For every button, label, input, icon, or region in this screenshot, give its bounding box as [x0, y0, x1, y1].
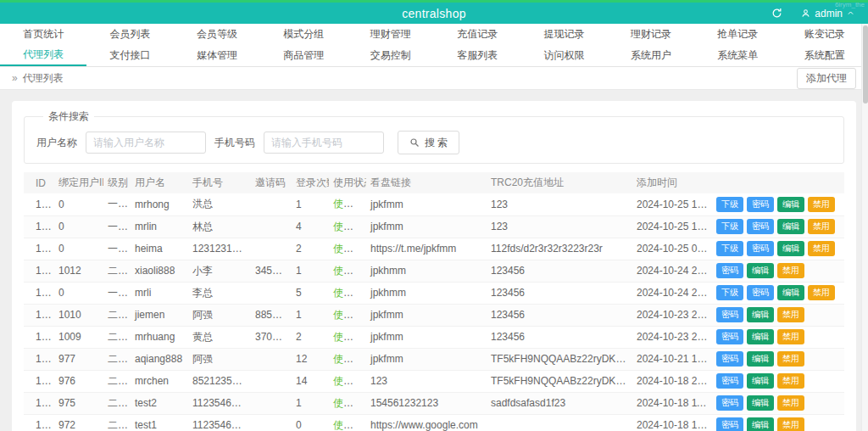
add-agent-button[interactable]: 添加代理 [797, 68, 856, 89]
edit-button[interactable]: 编辑 [777, 241, 804, 256]
disable-button[interactable]: 禁用 [808, 197, 835, 212]
sub-agent-button[interactable]: 下级 [716, 197, 743, 212]
nav-item[interactable]: 模式分组 [260, 24, 347, 45]
user-menu[interactable]: admin [801, 8, 854, 20]
disable-button[interactable]: 禁用 [808, 241, 835, 256]
scrollbar-thumb[interactable] [863, 25, 868, 104]
cell-trc20-address [487, 414, 632, 431]
nav-item[interactable]: 会员等级 [174, 24, 260, 45]
password-button[interactable]: 密码 [747, 285, 774, 300]
disable-button[interactable]: 禁用 [777, 329, 804, 344]
cell-trc20-address: 123 [487, 193, 632, 216]
nav-item[interactable]: 抢单记录 [694, 24, 781, 45]
edit-button[interactable]: 编辑 [777, 197, 804, 212]
cell-username: mrli [131, 282, 188, 304]
sub-agent-button[interactable]: 下级 [716, 241, 743, 256]
nav-item[interactable]: 系统用户 [608, 45, 694, 66]
cell-id: 10066 [24, 326, 54, 348]
status-badge: 使用中 [333, 375, 364, 387]
cell-created-at: 2024-10-18 11:01:55 [632, 392, 712, 414]
cell-username: mrchen [131, 370, 188, 392]
password-button[interactable]: 密码 [716, 417, 743, 431]
cell-invite-code [251, 414, 292, 431]
password-button[interactable]: 密码 [716, 307, 743, 322]
cell-username: aqiang888 [131, 348, 188, 370]
disable-button[interactable]: 禁用 [777, 395, 804, 411]
table-header-cell: TRC20充值地址 [487, 172, 632, 193]
cell-market-link: jpkhmm [366, 282, 487, 304]
nav-item[interactable]: 系统菜单 [694, 45, 781, 66]
nav-item[interactable]: 客服列表 [434, 45, 520, 66]
cell-market-link: https://www.google.com [366, 414, 487, 431]
password-button[interactable]: 密码 [716, 263, 743, 278]
nav-item[interactable]: 账变记录 [782, 24, 868, 45]
nav-item[interactable]: 会员列表 [86, 24, 173, 45]
password-button[interactable]: 密码 [747, 219, 774, 234]
disable-button[interactable]: 禁用 [808, 285, 835, 300]
password-button[interactable]: 密码 [716, 395, 743, 411]
cell-invite-code [251, 348, 292, 370]
table-header-cell: 绑定用户ID [54, 172, 103, 193]
breadcrumb-bar: » 代理列表 添加代理 [0, 67, 868, 90]
table-row: 100700一级heima123123123122使用中https://t.me… [24, 238, 844, 260]
nav-item[interactable]: 提现记录 [520, 24, 607, 45]
edit-button[interactable]: 编辑 [747, 373, 774, 389]
edit-button[interactable]: 编辑 [747, 307, 774, 322]
nav-item[interactable]: 访问权限 [520, 45, 607, 66]
cell-created-at: 2024-10-23 22:06:46 [632, 304, 712, 326]
edit-button[interactable]: 编辑 [747, 329, 774, 344]
cell-market-link: 123 [366, 370, 487, 392]
cell-status: 使用中 [329, 414, 366, 431]
cell-bind-user-id: 1012 [54, 260, 103, 282]
table-header-cell: 添加时间 [632, 172, 712, 193]
disable-button[interactable]: 禁用 [777, 307, 804, 322]
cell-level: 一级 [103, 282, 131, 304]
cell-invite-code [251, 392, 292, 414]
password-button[interactable]: 密码 [747, 241, 774, 256]
table-header-row: ID绑定用户ID级别用户名手机号邀请码登录次数使用状态看盘链接TRC20充值地址… [24, 172, 844, 193]
cell-id: 10065 [24, 348, 54, 370]
vertical-scrollbar[interactable] [861, 24, 868, 431]
nav-item[interactable]: 媒体管理 [174, 45, 260, 66]
nav-item[interactable]: 支付接口 [86, 45, 173, 66]
cell-market-link: jpkhmm [366, 260, 487, 282]
password-button[interactable]: 密码 [716, 329, 743, 344]
search-panel: 条件搜索 用户名称 手机号码 搜 索 [24, 109, 844, 164]
phone-input[interactable] [264, 132, 384, 154]
edit-button[interactable]: 编辑 [747, 263, 774, 278]
nav-item[interactable]: 充值记录 [434, 24, 520, 45]
edit-button[interactable]: 编辑 [777, 285, 804, 300]
password-button[interactable]: 密码 [716, 373, 743, 389]
nav-item[interactable]: 代理列表 [0, 45, 86, 66]
password-button[interactable]: 密码 [716, 351, 743, 367]
cell-status: 使用中 [329, 282, 366, 304]
edit-button[interactable]: 编辑 [747, 351, 774, 367]
search-button[interactable]: 搜 索 [398, 131, 459, 154]
edit-button[interactable]: 编辑 [777, 219, 804, 234]
sub-agent-button[interactable]: 下级 [716, 285, 743, 300]
cell-market-link: jpkfmm [366, 326, 487, 348]
cell-invite-code [251, 216, 292, 238]
nav-item[interactable]: 理财管理 [348, 24, 434, 45]
agents-table: ID绑定用户ID级别用户名手机号邀请码登录次数使用状态看盘链接TRC20充值地址… [24, 172, 844, 431]
nav-item[interactable]: 理财记录 [608, 24, 694, 45]
cell-id: 10072 [24, 193, 54, 216]
edit-button[interactable]: 编辑 [747, 417, 774, 431]
nav-item[interactable]: 首页统计 [0, 24, 86, 45]
password-button[interactable]: 密码 [747, 197, 774, 212]
disable-button[interactable]: 禁用 [777, 351, 804, 367]
refresh-button[interactable] [771, 8, 782, 19]
edit-button[interactable]: 编辑 [747, 395, 774, 411]
nav-item[interactable]: 商品管理 [260, 45, 347, 66]
nav-item[interactable]: 系统配置 [782, 45, 868, 66]
nav-item[interactable]: 交易控制 [348, 45, 434, 66]
nav-row-2: 代理列表支付接口媒体管理商品管理交易控制客服列表访问权限系统用户系统菜单系统配置 [0, 45, 868, 66]
disable-button[interactable]: 禁用 [777, 373, 804, 389]
disable-button[interactable]: 禁用 [777, 417, 804, 431]
breadcrumb-label: 代理列表 [23, 71, 64, 86]
disable-button[interactable]: 禁用 [777, 263, 804, 278]
disable-button[interactable]: 禁用 [808, 219, 835, 234]
sub-agent-button[interactable]: 下级 [716, 219, 743, 234]
search-button-label: 搜 索 [425, 136, 448, 150]
username-input[interactable] [86, 132, 206, 154]
